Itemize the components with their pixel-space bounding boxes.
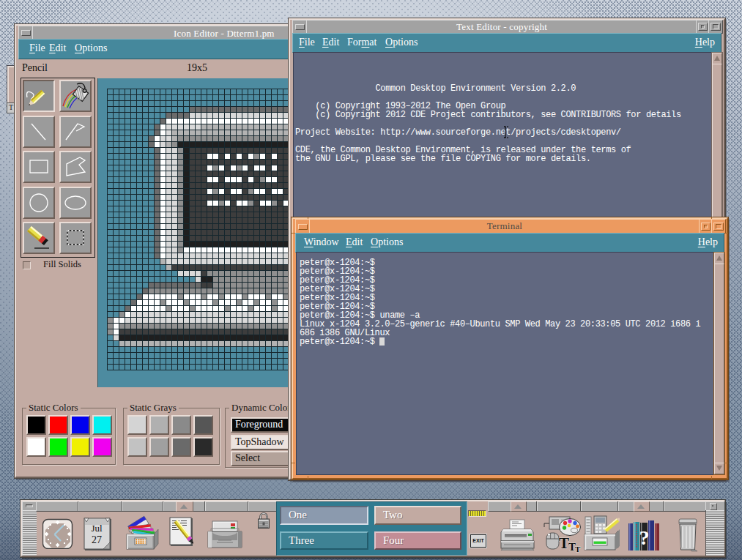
svg-text:T: T xyxy=(559,534,569,552)
svg-text:27: 27 xyxy=(92,534,102,545)
svg-text:Jul: Jul xyxy=(91,523,103,534)
svg-text:?: ? xyxy=(639,526,650,549)
svg-text:T: T xyxy=(575,545,581,553)
